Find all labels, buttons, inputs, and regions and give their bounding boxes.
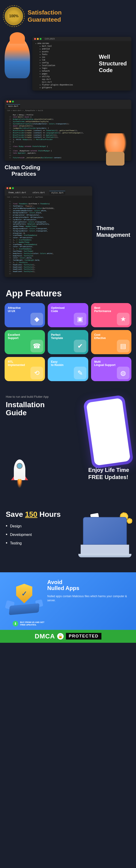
- close-icon[interactable]: [6, 101, 8, 102]
- feature-icon: ▣: [74, 313, 86, 326]
- code-line: 66 backgroundColor: Colors.black,: [6, 212, 90, 214]
- code-line: 93: [6, 273, 90, 275]
- clean-coding-section: main.dart lib > main.dart > _MyAppState …: [0, 95, 136, 182]
- tree-item[interactable]: main.dart: [37, 81, 129, 84]
- tab[interactable]: styles.dart: [49, 191, 65, 195]
- feature-card-title: PerfectTemplate: [51, 333, 85, 340]
- chair-icon: [106, 152, 125, 165]
- code-line: 73 backgroundColor: Colors.transparent,: [6, 228, 90, 230]
- feature-card[interactable]: MultiLingual Support◍: [91, 357, 131, 381]
- dmca-banner[interactable]: DMCA 🔒 PROTECTED: [0, 630, 136, 643]
- code-line: 87 fontWeight: FontWeight.bold,: [6, 259, 90, 261]
- feature-card[interactable]: OptimisedCode▣: [48, 303, 88, 327]
- maximize-icon[interactable]: [12, 187, 14, 189]
- feature-card[interactable]: AttractiveUI UX◆: [5, 303, 45, 327]
- tab-bar: main.dart: [5, 103, 131, 109]
- satisfaction-section: 100% Satisfaction Guaranteed: [0, 0, 136, 32]
- feature-card[interactable]: RTLImplemented⟲: [5, 357, 45, 381]
- feature-card-title: ExcellentSupport: [8, 333, 42, 340]
- satisfaction-text: Satisfaction Guaranteed: [28, 9, 61, 23]
- rocket-flame: [17, 479, 23, 488]
- rocket-icon: [7, 457, 32, 492]
- tab-bar: theme_cubit.dartcolors.dartstyles.dart: [5, 190, 92, 195]
- feature-icon: ★: [117, 313, 130, 326]
- window-titlebar: [5, 186, 92, 190]
- code-line: 64 scaffoldBackgroundColor: Color(0xff21…: [6, 208, 90, 210]
- app-features-section: App Features AttractiveUI UX◆OptimisedCo…: [0, 282, 136, 388]
- check-icon: ✓: [22, 590, 27, 598]
- feature-card[interactable]: PerfectTemplate✔: [48, 330, 88, 354]
- code-line: 88 ), // TextStyle: [6, 261, 90, 264]
- code-line: 92 headline4: TextStyle(),: [6, 271, 90, 273]
- feature-card[interactable]: Easyto Reskin✎: [48, 357, 88, 381]
- feature-card-title: MultiLingual Support: [94, 360, 128, 367]
- feature-grid: AttractiveUI UX◆OptimisedCode▣BestPerfor…: [0, 303, 136, 388]
- updates-line: FREE Updates!: [88, 473, 129, 480]
- minimize-icon[interactable]: [9, 101, 11, 102]
- maximize-icon[interactable]: [12, 101, 14, 102]
- feature-icon: ◆: [30, 313, 43, 326]
- feature-card[interactable]: CostEffective▤: [91, 330, 131, 354]
- minimize-icon[interactable]: [9, 187, 11, 189]
- dmca-protected: PROTECTED: [66, 633, 101, 640]
- avoid-description: Nulled apps contain Malicious files whic…: [47, 594, 130, 602]
- satisfaction-line1: Satisfaction: [28, 9, 61, 16]
- updates-text: Enjoy Life Time FREE Updates!: [88, 466, 129, 480]
- laptop-keyboard: [81, 545, 129, 554]
- tree-item[interactable]: app.dart: [37, 78, 129, 81]
- feature-icon: ⟲: [30, 367, 43, 379]
- maximize-icon[interactable]: [39, 38, 42, 40]
- code-line: 72 appBarTheme: AppBarTheme(: [6, 225, 90, 228]
- feature-card-title: CostEffective: [94, 333, 128, 340]
- window-titlebar: [5, 100, 131, 103]
- theme-section: theme_cubit.dartcolors.dartstyles.dart l…: [0, 182, 136, 281]
- dmca-brand: DMCA: [34, 632, 55, 640]
- badge-value: 100%: [9, 14, 19, 18]
- code-line: 65 secondaryHeaderColor: Colors.white,: [6, 210, 90, 212]
- explorer-label: EXPLORER: [45, 38, 55, 40]
- save-suffix: Hours: [37, 510, 61, 518]
- feature-label-structured: Well Structured Code: [99, 54, 127, 73]
- label-line: Management: [97, 232, 130, 238]
- code-line: 69 cardColor: kPrimaryColor,: [6, 219, 90, 221]
- code-line: 67 primaryColor: kPrimaryColor,: [6, 214, 90, 216]
- tree-item[interactable]: flutter-plugins-dependencies: [37, 84, 129, 86]
- laptop-mockup-icon: [78, 517, 131, 556]
- tree-item[interactable]: utility: [37, 75, 129, 78]
- tab-main[interactable]: main.dart: [6, 104, 20, 108]
- code-line: 84 bodyText1: TextStyle(color: Colors.wh…: [6, 253, 90, 255]
- tree-item[interactable]: assets: [37, 51, 129, 53]
- minimize-icon[interactable]: [37, 38, 39, 40]
- code-line: 80 iconTheme: IconThemeData(: [6, 244, 90, 246]
- download-icon: ⬇: [13, 621, 18, 626]
- code-line: Run | Debug | Profile: [6, 114, 130, 116]
- avoid-title: Avoid Nulled Apps: [47, 579, 130, 591]
- code-line: 71 splashFactory: NoSplash.splashFactory…: [6, 223, 90, 225]
- tree-item[interactable]: gitignore: [37, 86, 129, 89]
- code-line: 20 WidgetsFlutterBinding.ensureInitializ…: [6, 118, 130, 121]
- close-icon[interactable]: [34, 38, 36, 40]
- code-line: 82 ), // IconThemeData: [6, 248, 90, 250]
- tree-item[interactable]: dart_tool: [37, 45, 129, 48]
- laptop-screen: [83, 517, 127, 545]
- feature-icon: ◍: [117, 367, 130, 379]
- tab[interactable]: colors.dart: [31, 191, 47, 195]
- tab[interactable]: theme_cubit.dart: [6, 191, 28, 195]
- feature-icon: ✎: [74, 367, 86, 379]
- close-icon[interactable]: [6, 187, 8, 189]
- label-line: Theme: [97, 225, 130, 232]
- feature-icon: ✔: [74, 340, 86, 352]
- code-line: 21 SystemChrome.setSystemUIOverlayStyle(: [6, 121, 130, 123]
- code-line: 62final ThemeData darkTheme = ThemeData(: [6, 203, 90, 205]
- code-line: 63 fontFamily: 'Poppins',: [6, 205, 90, 208]
- tree-item[interactable]: android: [37, 48, 129, 51]
- code-line: 19void main() async {: [6, 116, 130, 118]
- feature-card[interactable]: ExcellentSupport☎: [5, 330, 45, 354]
- open-editors-label[interactable]: OPEN EDITORS: [35, 42, 129, 45]
- code-line: 83 textTheme: TextTheme(: [6, 250, 90, 253]
- label-line: Well: [99, 54, 127, 60]
- satisfaction-badge-icon: 100%: [5, 7, 23, 25]
- feature-card[interactable]: BestPerformance★: [91, 303, 131, 327]
- feature-icon: ▤: [117, 340, 130, 352]
- feature-card-title: BestPerformance: [94, 306, 128, 313]
